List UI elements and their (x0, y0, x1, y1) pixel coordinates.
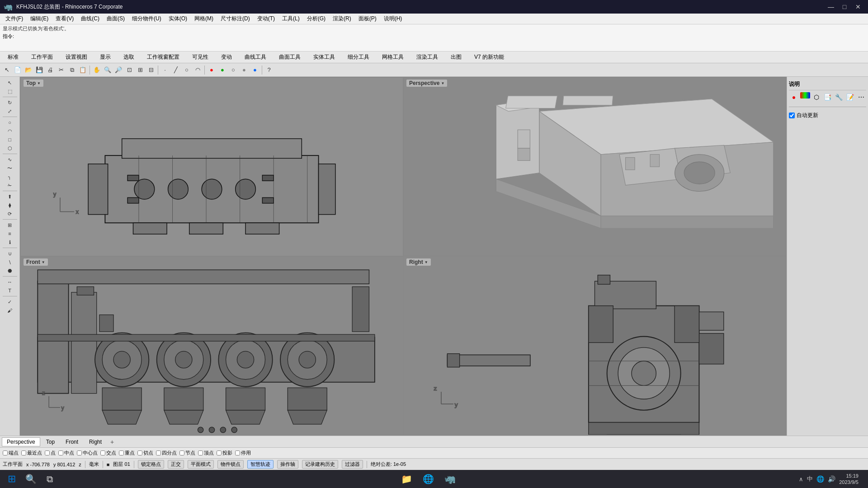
tab-standard[interactable]: 标准 (2, 52, 24, 63)
status-ortho[interactable]: 正交 (168, 460, 184, 469)
tab-mesh-tools[interactable]: 网格工具 (376, 52, 410, 63)
menu-view[interactable]: 查看(V) (52, 14, 77, 23)
lt-layer[interactable]: ≡ (2, 230, 18, 238)
status-filter[interactable]: 过滤器 (342, 460, 363, 469)
vp-tab-top[interactable]: Top (41, 437, 60, 446)
tray-network[interactable]: 🌐 (816, 475, 824, 483)
tool-zoom-extent[interactable]: ⊞ (135, 65, 145, 75)
lt-dim[interactable]: ↔ (2, 278, 18, 286)
taskbar-edge[interactable]: 🌐 (420, 471, 437, 487)
snap-midpoint[interactable]: 中点 (58, 450, 74, 456)
vp-tab-front[interactable]: Front (61, 437, 83, 446)
menu-surface[interactable]: 曲面(S) (103, 14, 128, 23)
menu-analyze[interactable]: 分析(G) (303, 14, 329, 23)
tray-expand[interactable]: ∧ (799, 476, 803, 483)
menu-panel[interactable]: 面板(P) (355, 14, 380, 23)
menu-curve[interactable]: 曲线(C) (77, 14, 103, 23)
minimize-button[interactable]: — (825, 0, 837, 13)
menu-help[interactable]: 说明(H) (380, 14, 406, 23)
rp-icon-notes[interactable]: 📝 (845, 92, 855, 102)
lt-circle[interactable]: ○ (2, 118, 18, 127)
snap-endpoint[interactable]: 端点 (3, 450, 19, 456)
lt-bool-union[interactable]: ∪ (2, 249, 18, 258)
status-smarttrack[interactable]: 智慧轨迹 (247, 460, 274, 469)
lt-mesh[interactable]: ⬣ (2, 267, 18, 275)
windows-start-button[interactable]: ⊞ (4, 471, 20, 487)
maximize-button[interactable]: □ (838, 0, 851, 13)
vp-tab-add[interactable]: + (108, 437, 117, 446)
tab-v7-new[interactable]: V7 的新功能 (468, 52, 510, 63)
viewport-right-label[interactable]: Right ▼ (406, 258, 431, 266)
tool-circle[interactable]: ○ (182, 65, 192, 75)
snap-point[interactable]: 点 (45, 450, 56, 456)
snap-nearest[interactable]: 最近点 (21, 450, 42, 456)
tool-pan[interactable]: ✋ (92, 65, 102, 75)
snap-tangent[interactable]: 切点 (137, 450, 153, 456)
tool-color-green[interactable]: ● (217, 65, 227, 75)
tab-subd-tools[interactable]: 细分工具 (342, 52, 375, 63)
tab-display[interactable]: 显示 (94, 52, 117, 63)
lt-text[interactable]: T (2, 286, 18, 295)
tool-zoom-in[interactable]: 🔍 (103, 65, 113, 75)
viewport-front[interactable]: Front ▼ (21, 257, 403, 435)
lt-sweep[interactable]: ⟳ (2, 210, 18, 218)
taskbar-search[interactable]: 🔍 (23, 471, 39, 487)
viewport-perspective[interactable]: Perspective ▼ (404, 78, 786, 256)
tab-curve-tools[interactable]: 曲线工具 (239, 52, 272, 63)
tray-ime[interactable]: 中 (807, 475, 813, 483)
menu-subd[interactable]: 细分物件(U) (128, 14, 165, 23)
tool-color-sphere[interactable]: ● (207, 65, 217, 75)
lt-props[interactable]: ℹ (2, 238, 18, 246)
tab-solid-tools[interactable]: 实体工具 (307, 52, 341, 63)
tool-points[interactable]: · (160, 65, 170, 75)
lt-lasso[interactable]: ⬚ (2, 87, 18, 95)
menu-solid[interactable]: 实体(O) (165, 14, 191, 23)
snap-center[interactable]: 中心点 (77, 450, 98, 456)
snap-intersect[interactable]: 交点 (100, 450, 116, 456)
close-button[interactable]: ✕ (852, 0, 864, 13)
snap-quad[interactable]: 四分点 (156, 450, 177, 456)
menu-mesh[interactable]: 网格(M) (191, 14, 217, 23)
taskbar-rhino[interactable]: 🦏 (442, 471, 458, 487)
rp-icon-gradient[interactable] (800, 92, 810, 99)
tab-setview[interactable]: 设置视图 (60, 52, 93, 63)
viewport-perspective-label[interactable]: Perspective ▼ (406, 80, 447, 87)
lt-rotate[interactable]: ↻ (2, 99, 18, 107)
snap-project[interactable]: 投影 (217, 450, 232, 456)
lt-fillet[interactable]: ╮ (2, 173, 18, 181)
menu-dimension[interactable]: 尺寸标注(D) (217, 14, 254, 23)
snap-node[interactable]: 节点 (179, 450, 195, 456)
menu-transform[interactable]: 变动(T) (254, 14, 278, 23)
command-input[interactable] (16, 34, 865, 39)
tab-select[interactable]: 选取 (118, 52, 140, 63)
tab-workplane[interactable]: 工作平面 (25, 52, 59, 63)
tray-volume[interactable]: 🔊 (828, 475, 835, 483)
lt-trim[interactable]: ✁ (2, 181, 18, 189)
tool-copy[interactable]: ⧉ (67, 65, 77, 75)
tool-arc[interactable]: ◠ (193, 65, 203, 75)
tab-surface-tools[interactable]: 曲面工具 (273, 52, 307, 63)
snap-disable[interactable]: 停用 (235, 450, 251, 456)
status-objlock[interactable]: 物件锁点 (217, 460, 244, 469)
snap-vertex[interactable]: 顶点 (198, 450, 214, 456)
vp-tab-right[interactable]: Right (84, 437, 107, 446)
tab-viewport-config[interactable]: 工作视窗配置 (141, 52, 185, 63)
tool-color-gray[interactable]: ● (239, 65, 249, 75)
tab-render-tools[interactable]: 渲染工具 (410, 52, 444, 63)
tool-new[interactable]: 📄 (13, 65, 23, 75)
lt-bool-diff[interactable]: ∖ (2, 258, 18, 266)
tool-color-white[interactable]: ○ (228, 65, 238, 75)
tool-cut[interactable]: ✂ (56, 65, 66, 75)
rp-icon-color[interactable]: ● (789, 92, 799, 102)
tool-zoom-out[interactable]: 🔎 (113, 65, 123, 75)
lt-extrude[interactable]: ⬆ (2, 192, 18, 201)
tab-drawing[interactable]: 出图 (445, 52, 467, 63)
lt-scale[interactable]: ⤢ (2, 107, 18, 115)
tab-transform[interactable]: 变动 (215, 52, 238, 63)
taskbar-taskview[interactable]: ⧉ (42, 471, 58, 487)
tool-save[interactable]: 💾 (34, 65, 44, 75)
lt-arc[interactable]: ◠ (2, 127, 18, 135)
status-lockgrid[interactable]: 锁定格点 (138, 460, 164, 469)
tool-zoom-all[interactable]: ⊟ (146, 65, 156, 75)
tool-line[interactable]: ╱ (171, 65, 181, 75)
